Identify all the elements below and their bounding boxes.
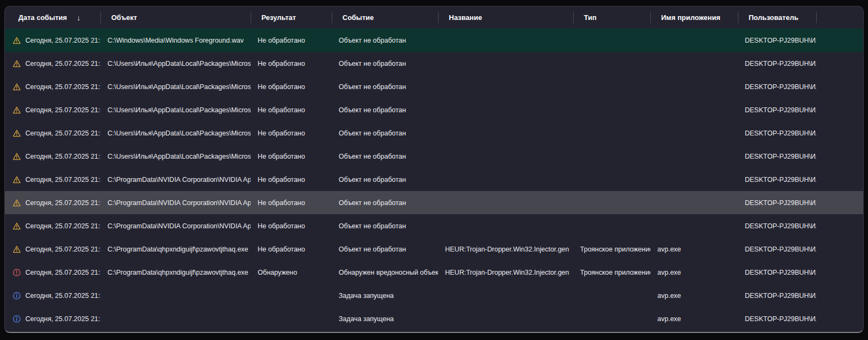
column-header-user[interactable]: Пользователь <box>738 6 816 29</box>
cell-user: DESKTOP-PJ29BUH\Илья <box>738 121 816 145</box>
cell-date: Сегодня, 25.07.2025 21:58:02 <box>5 237 100 261</box>
cell-app: avp.exe <box>650 307 738 330</box>
cell-result: Не обработано <box>251 214 332 237</box>
cell-result: Не обработано <box>251 145 332 168</box>
table-row[interactable]: Сегодня, 25.07.2025 21:58:12 C:\Users\Ил… <box>5 52 863 75</box>
cell-app <box>650 168 738 191</box>
warning-icon <box>12 222 21 230</box>
cell-filler <box>816 168 863 191</box>
cell-result: Не обработано <box>251 237 332 261</box>
table-row[interactable]: Сегодня, 25.07.2025 21:58:09 C:\ProgramD… <box>5 191 863 214</box>
table-row[interactable]: Сегодня, 25.07.2025 21:58:12 C:\Users\Ил… <box>5 75 863 98</box>
cell-type <box>573 98 650 121</box>
cell-filler <box>816 121 863 145</box>
severity-icon-slot <box>12 83 21 91</box>
cell-user: DESKTOP-PJ29BUH\Илья <box>738 237 816 261</box>
severity-icon-slot <box>12 59 21 68</box>
column-header-result[interactable]: Результат <box>251 6 332 29</box>
table-row[interactable]: Сегодня, 25.07.2025 21:58:12 C:\Users\Ил… <box>5 121 863 145</box>
cell-filler <box>816 307 863 330</box>
info-icon <box>12 291 21 300</box>
cell-date: Сегодня, 25.07.2025 21:58:09 <box>5 191 100 214</box>
cell-object: C:\ProgramData\qhpxndiguijf\pzawovtjthaq… <box>100 261 251 284</box>
cell-event: Объект не обработан <box>332 98 438 121</box>
cell-date: Сегодня, 25.07.2025 21:57:55 <box>5 261 100 284</box>
cell-type: Троянское приложение <box>573 237 650 261</box>
severity-icon-slot <box>12 106 21 114</box>
severity-icon-slot <box>12 315 21 323</box>
column-header-label: Объект <box>111 13 137 22</box>
cell-event: Объект не обработан <box>332 214 438 237</box>
cell-type <box>573 121 650 145</box>
cell-object: C:\Windows\Media\Windows Foreground.wav <box>100 29 251 52</box>
column-header-object[interactable]: Объект <box>100 6 251 29</box>
cell-type: Троянское приложение <box>573 261 650 284</box>
column-header-date[interactable]: Дата события ↓ <box>5 6 100 29</box>
column-header-label: Имя приложения <box>661 13 721 22</box>
cell-result: Не обработано <box>251 98 332 121</box>
cell-event: Объект не обработан <box>332 29 438 52</box>
table-header: Дата события ↓ Объект Результат Событие … <box>5 6 863 29</box>
table-row[interactable]: Сегодня, 25.07.2025 21:58:02 C:\ProgramD… <box>5 237 863 261</box>
cell-type <box>573 52 650 75</box>
severity-icon-slot <box>12 268 21 277</box>
cell-app <box>650 145 738 168</box>
table-row[interactable]: Сегодня, 25.07.2025 21:58:09 C:\ProgramD… <box>5 214 863 237</box>
cell-type <box>573 168 650 191</box>
cell-event: Объект не обработан <box>332 121 438 145</box>
severity-icon-slot <box>12 152 21 161</box>
table-row[interactable]: Сегодня, 25.07.2025 21:58:12 C:\Users\Ил… <box>5 98 863 121</box>
cell-object: C:\ProgramData\NVIDIA Corporation\NVIDIA… <box>100 191 251 214</box>
cell-event: Объект не обработан <box>332 145 438 168</box>
cell-app <box>650 52 738 75</box>
table-row[interactable]: Сегодня, 25.07.2025 21:58:09 C:\ProgramD… <box>5 168 863 191</box>
cell-event: Объект не обработан <box>332 75 438 98</box>
cell-result <box>251 307 332 330</box>
cell-app: avp.exe <box>650 261 738 284</box>
warning-icon <box>12 129 21 138</box>
severity-icon-slot <box>12 245 21 254</box>
cell-event: Объект не обработан <box>332 237 438 261</box>
warning-icon <box>12 175 21 184</box>
info-icon <box>12 315 21 323</box>
cell-date: Сегодня, 25.07.2025 21:39:14 <box>5 307 100 330</box>
column-header-type[interactable]: Тип <box>573 6 650 29</box>
cell-name <box>438 98 573 121</box>
cell-date: Сегодня, 25.07.2025 21:58:12 <box>5 29 100 52</box>
cell-app <box>650 98 738 121</box>
cell-event: Задача запущена <box>332 284 438 307</box>
cell-type <box>573 284 650 307</box>
severity-icon-slot <box>12 199 21 207</box>
sort-desc-icon[interactable]: ↓ <box>77 13 80 22</box>
column-header-label: Пользователь <box>749 13 798 22</box>
table-row[interactable]: Сегодня, 25.07.2025 21:58:12 C:\Windows\… <box>5 29 863 52</box>
table-row[interactable]: Сегодня, 25.07.2025 21:53:47 Задача запу… <box>5 284 863 307</box>
cell-type <box>573 75 650 98</box>
warning-icon <box>12 36 21 45</box>
cell-user: DESKTOP-PJ29BUH\Илья <box>738 168 816 191</box>
cell-user: DESKTOP-PJ29BUH\Илья <box>738 75 816 98</box>
cell-type <box>573 307 650 330</box>
column-header-app[interactable]: Имя приложения <box>650 6 738 29</box>
severity-icon-slot <box>12 222 21 230</box>
cell-object: C:\ProgramData\NVIDIA Corporation\NVIDIA… <box>100 214 251 237</box>
cell-app: avp.exe <box>650 237 738 261</box>
cell-date: Сегодня, 25.07.2025 21:58:12 <box>5 75 100 98</box>
column-header-event[interactable]: Событие <box>332 6 438 29</box>
table-row[interactable]: Сегодня, 25.07.2025 21:58:12 C:\Users\Ил… <box>5 145 863 168</box>
severity-icon-slot <box>12 175 21 184</box>
cell-name <box>438 52 573 75</box>
warning-icon <box>12 106 21 114</box>
severity-icon-slot <box>12 291 21 300</box>
table-row[interactable]: Сегодня, 25.07.2025 21:57:55 C:\ProgramD… <box>5 261 863 284</box>
column-header-filler <box>816 6 863 29</box>
cell-date: Сегодня, 25.07.2025 21:58:09 <box>5 168 100 191</box>
column-header-name[interactable]: Название <box>438 6 573 29</box>
warning-icon <box>12 199 21 207</box>
cell-name <box>438 145 573 168</box>
cell-user: DESKTOP-PJ29BUH\Илья <box>738 145 816 168</box>
table-row[interactable]: Сегодня, 25.07.2025 21:39:14 Задача запу… <box>5 307 863 330</box>
cell-event: Объект не обработан <box>332 52 438 75</box>
table-body: Сегодня, 25.07.2025 21:58:12 C:\Windows\… <box>5 29 863 330</box>
cell-app <box>650 191 738 214</box>
